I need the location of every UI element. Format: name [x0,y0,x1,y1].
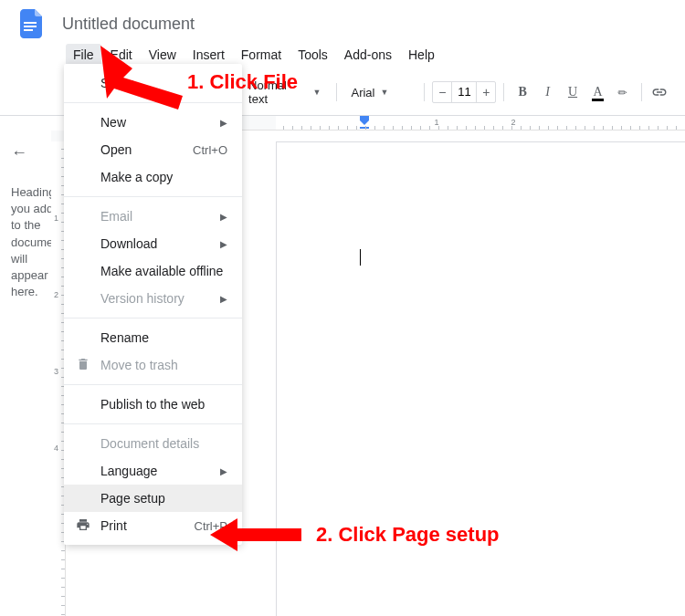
submenu-arrow-icon: ▶ [220,212,227,222]
text-color-button[interactable]: A [587,81,608,103]
font-label: Arial [351,86,374,99]
file-menu-language[interactable]: Language▶ [64,457,242,485]
ruler-tick [448,126,448,130]
menu-item-label: Publish to the web [100,397,205,412]
menu-item-label: Email [100,209,132,224]
ruler-mark: 4 [54,444,58,453]
menu-item-label: Document details [100,436,199,451]
ruler-tick [676,126,677,130]
ruler-tick [502,126,503,130]
ruler-tick [575,126,576,130]
arrow-icon [87,46,187,119]
ruler-tick [511,126,512,130]
file-menu-version-history: Version history▶ [64,285,242,312]
link-icon [651,84,668,100]
ruler-tick [566,126,567,130]
font-dropdown[interactable]: Arial ▼ [343,82,416,103]
italic-button[interactable]: I [537,81,558,103]
ruler-mark: 1 [54,214,58,223]
header: Untitled document [0,0,685,40]
caret-down-icon: ▼ [381,88,389,97]
ruler-tick [612,126,613,130]
file-menu-document-details: Document details [64,430,242,457]
ruler-tick [402,126,403,130]
ruler-tick [603,126,604,130]
ruler-tick [521,126,522,130]
file-menu-email: Email▶ [64,203,242,230]
back-arrow-icon[interactable]: ← [11,143,54,162]
menu-item-label: Page setup [100,491,165,506]
docs-logo-icon[interactable] [15,7,47,40]
ruler-tick [338,126,339,130]
menu-item-label: Print [100,518,127,533]
file-dropdown-menu: ShareNew▶OpenCtrl+OMake a copyEmail▶Down… [64,64,242,545]
ruler-tick [411,126,412,130]
ruler-tick [61,587,65,588]
ruler-tick [61,614,65,615]
ruler-tick [466,126,467,130]
ruler-tick [61,596,65,597]
ruler-tick [292,126,293,130]
ruler-tick [347,126,348,130]
submenu-arrow-icon: ▶ [220,466,227,476]
highlight-button[interactable]: ✎ [612,81,633,103]
menu-addons[interactable]: Add-ons [337,44,399,66]
ruler-tick [557,126,558,130]
ruler-tick [61,550,65,551]
ruler-tick [61,605,65,606]
file-menu-open[interactable]: OpenCtrl+O [64,136,242,163]
toolbar-separator [336,83,337,101]
menu-item-label: Rename [100,330,149,345]
toolbar-separator [424,83,425,101]
ruler-tick [438,126,439,130]
outline-placeholder: Headings you add to the document will ap… [11,184,54,300]
ruler-tick [365,126,366,130]
ruler-tick [539,126,540,130]
annotation-text: 1. Click File [187,70,298,94]
ruler-tick [61,569,65,569]
file-menu-make-available-offline[interactable]: Make available offline [64,257,242,285]
font-size-increase[interactable]: + [477,82,495,102]
menu-item-label: Download [100,236,157,251]
file-menu-publish-to-the-web[interactable]: Publish to the web [64,391,242,418]
ruler-tick [457,126,458,130]
menu-item-label: Open [100,142,132,157]
ruler-tick [311,126,311,130]
font-size-decrease[interactable]: − [433,82,451,102]
highlight-icon: ✎ [615,84,631,100]
ruler-tick [585,126,585,130]
indent-marker-icon[interactable] [360,116,369,131]
arrow-icon [210,517,301,553]
menu-divider [64,423,242,424]
file-menu-page-setup[interactable]: Page setup [64,485,242,512]
ruler-tick [374,126,375,130]
ruler-mark: 2 [54,290,58,299]
ruler-tick [475,126,476,130]
text-cursor [360,249,361,266]
ruler-tick [530,126,531,130]
menu-divider [64,318,242,318]
bold-button[interactable]: B [511,81,532,103]
file-menu-rename[interactable]: Rename [64,324,242,351]
annotation-step-1: 1. Click File [87,46,298,119]
file-menu-download[interactable]: Download▶ [64,230,242,257]
underline-button[interactable]: U [562,81,583,103]
menu-divider [64,384,242,385]
submenu-arrow-icon: ▶ [220,294,227,304]
ruler-tick [630,126,631,130]
toolbar-separator [641,83,642,101]
file-menu-make-a-copy[interactable]: Make a copy [64,163,242,191]
ruler-tick [429,126,430,130]
menu-shortcut: Ctrl+O [193,143,227,157]
ruler-tick [61,559,65,560]
insert-link-button[interactable] [649,81,670,103]
menu-help[interactable]: Help [401,44,442,66]
menu-divider [64,196,242,197]
document-title[interactable]: Untitled document [62,15,195,34]
ruler-tick [356,126,357,130]
ruler-tick [61,578,65,579]
ruler-tick [301,126,302,130]
ruler-mark: 3 [54,367,58,376]
font-size-value[interactable]: 11 [451,82,477,102]
menu-item-label: Make a copy [100,170,173,184]
